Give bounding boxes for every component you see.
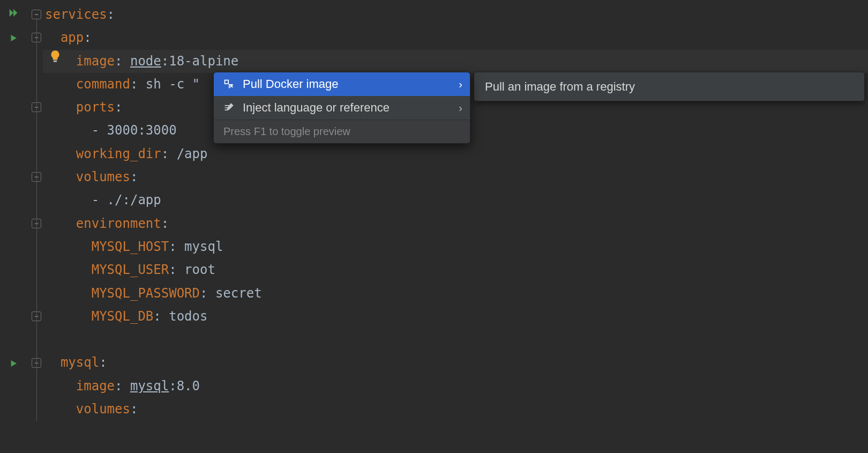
code-line[interactable]: MYSQL_HOST: mysql	[43, 235, 868, 258]
gutter	[0, 0, 43, 453]
code-editor: services: app: image: node:18-alpine com…	[0, 0, 868, 453]
run-all-icon[interactable]	[6, 6, 20, 20]
code-line[interactable]: image: mysql:8.0	[43, 375, 868, 398]
svg-rect-1	[225, 80, 229, 84]
code-line[interactable]: volumes:	[43, 398, 868, 421]
svg-rect-0	[54, 61, 57, 62]
code-line[interactable]: volumes:	[43, 166, 868, 189]
intention-item[interactable]: Inject language or reference›	[214, 96, 470, 120]
code-line[interactable]: services:	[43, 3, 868, 26]
fold-handle-icon[interactable]	[32, 10, 41, 19]
fold-guide-line	[36, 19, 37, 421]
code-line[interactable]: app:	[43, 26, 868, 49]
chevron-right-icon: ›	[459, 102, 462, 114]
code-line[interactable]: - ./:/app	[43, 189, 868, 212]
code-line[interactable]: MYSQL_USER: root	[43, 258, 868, 281]
inject-language-icon	[221, 102, 236, 113]
intention-popup-footer: Press F1 to toggle preview	[214, 120, 470, 143]
intention-tooltip: Pull an image from a registry	[474, 72, 865, 101]
pull-image-icon	[221, 79, 236, 90]
code-area[interactable]: services: app: image: node:18-alpine com…	[43, 0, 868, 453]
code-line[interactable]: MYSQL_DB: todos	[43, 305, 868, 328]
tooltip-text: Pull an image from a registry	[485, 80, 635, 94]
code-line[interactable]: environment:	[43, 212, 868, 235]
code-line[interactable]: mysql:	[43, 351, 868, 374]
intention-item-label: Inject language or reference	[243, 101, 459, 115]
chevron-right-icon: ›	[459, 78, 462, 91]
code-line[interactable]: MYSQL_PASSWORD: secret	[43, 282, 868, 305]
intention-item[interactable]: Pull Docker image›	[214, 72, 470, 96]
intention-bulb-icon[interactable]	[48, 49, 63, 64]
code-line[interactable]: image: node:18-alpine	[43, 50, 868, 73]
run-service-icon[interactable]	[6, 31, 20, 45]
run-service-icon[interactable]	[6, 357, 20, 370]
code-line[interactable]	[43, 328, 868, 351]
code-line[interactable]: working_dir: /app	[43, 143, 868, 166]
intention-item-label: Pull Docker image	[243, 77, 459, 91]
intention-popup: Pull Docker image›Inject language or ref…	[213, 72, 470, 144]
